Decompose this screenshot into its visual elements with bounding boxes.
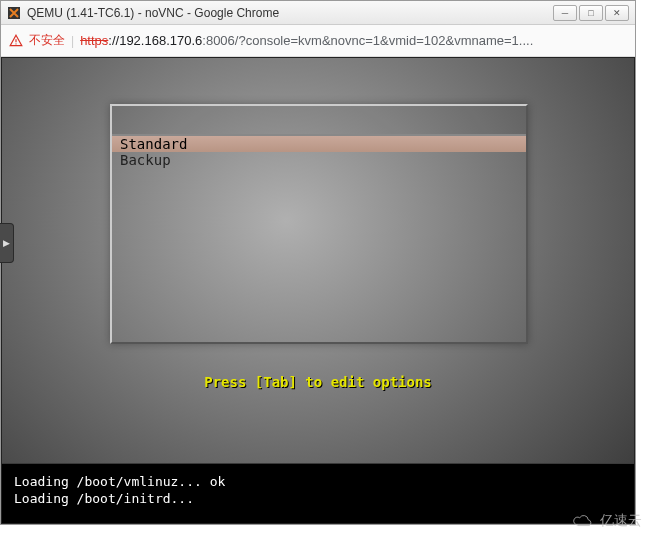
maximize-button[interactable]: □ (579, 5, 603, 21)
cloud-icon (570, 513, 596, 529)
boot-menu-item-backup[interactable]: Backup (112, 152, 526, 168)
watermark: 亿速云 (570, 512, 642, 530)
url-scheme: https (80, 33, 108, 48)
url-path: :8006/?console=kvm&novnc=1&vmid=102&vmna… (202, 33, 533, 48)
boot-menu-header (112, 106, 526, 136)
window-controls: ─ □ ✕ (553, 5, 629, 21)
url-host: ://192.168.170.6 (108, 33, 202, 48)
close-button[interactable]: ✕ (605, 5, 629, 21)
console-line: Loading /boot/vmlinuz... ok (14, 474, 622, 491)
boot-menu-box: Standard Backup (110, 104, 528, 344)
titlebar: QEMU (1.41-TC6.1) - noVNC - Google Chrom… (1, 1, 635, 25)
security-warning-text: 不安全 (29, 32, 65, 49)
minimize-button[interactable]: ─ (553, 5, 577, 21)
boot-menu-items: Standard Backup (112, 136, 526, 168)
app-icon (7, 6, 21, 20)
url-display[interactable]: https://192.168.170.6:8006/?console=kvm&… (80, 33, 533, 48)
vnc-viewport[interactable]: Standard Backup Press [Tab] to edit opti… (2, 58, 634, 523)
separator: | (71, 34, 74, 48)
console-line: Loading /boot/initrd... (14, 491, 622, 508)
console-output: Loading /boot/vmlinuz... ok Loading /boo… (2, 463, 634, 523)
watermark-text: 亿速云 (600, 512, 642, 530)
vnc-wrapper: Standard Backup Press [Tab] to edit opti… (1, 57, 635, 524)
window-title: QEMU (1.41-TC6.1) - noVNC - Google Chrom… (27, 6, 553, 20)
address-bar: 不安全 | https://192.168.170.6:8006/?consol… (1, 25, 635, 57)
browser-window: QEMU (1.41-TC6.1) - noVNC - Google Chrom… (0, 0, 636, 525)
novnc-side-tab[interactable]: ▶ (0, 223, 14, 263)
svg-point-2 (15, 43, 16, 44)
boot-menu-item-standard[interactable]: Standard (112, 136, 526, 152)
warning-icon (9, 34, 23, 48)
boot-menu-hint: Press [Tab] to edit options (2, 374, 634, 390)
